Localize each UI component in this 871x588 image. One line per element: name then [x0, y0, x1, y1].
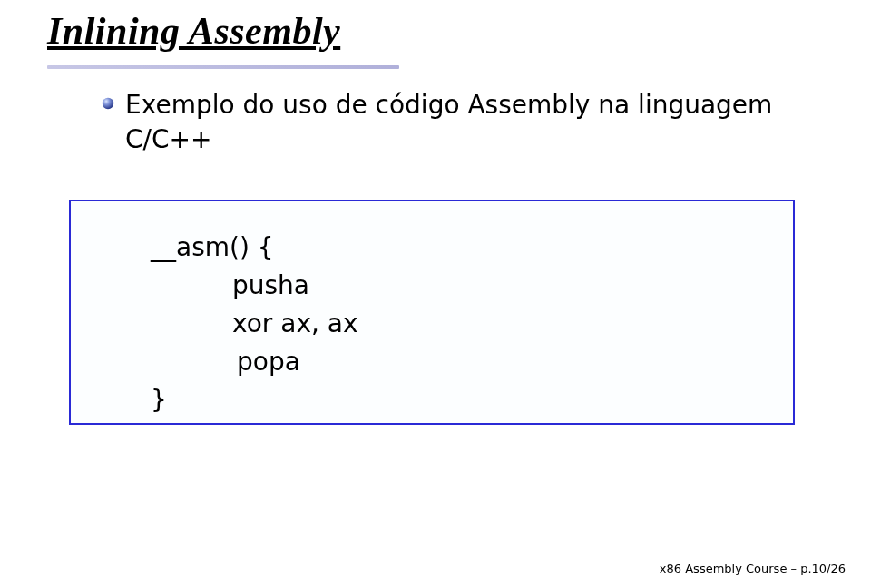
bullet-sphere-icon [102, 97, 114, 110]
bullet-row: Exemplo do uso de código Assembly na lin… [102, 88, 815, 157]
code-line-1: __asm() { [151, 229, 757, 267]
bullet-text: Exemplo do uso de código Assembly na lin… [125, 88, 815, 157]
slide-title: Inlining Assembly [47, 9, 340, 53]
code-line-4: popa [151, 343, 757, 381]
slide: Inlining Assembly Exemplo do uso de códi… [0, 0, 871, 588]
code-line-2: pusha [151, 267, 757, 305]
title-underline-accent [47, 65, 399, 69]
svg-point-0 [103, 98, 113, 109]
code-line-3: xor ax, ax [151, 305, 757, 343]
slide-footer: x86 Assembly Course – p.10/26 [660, 562, 846, 575]
title-wrap: Inlining Assembly [47, 9, 340, 53]
code-line-5: } [151, 381, 757, 419]
code-example-box: __asm() { pusha xor ax, ax popa } [69, 200, 795, 425]
